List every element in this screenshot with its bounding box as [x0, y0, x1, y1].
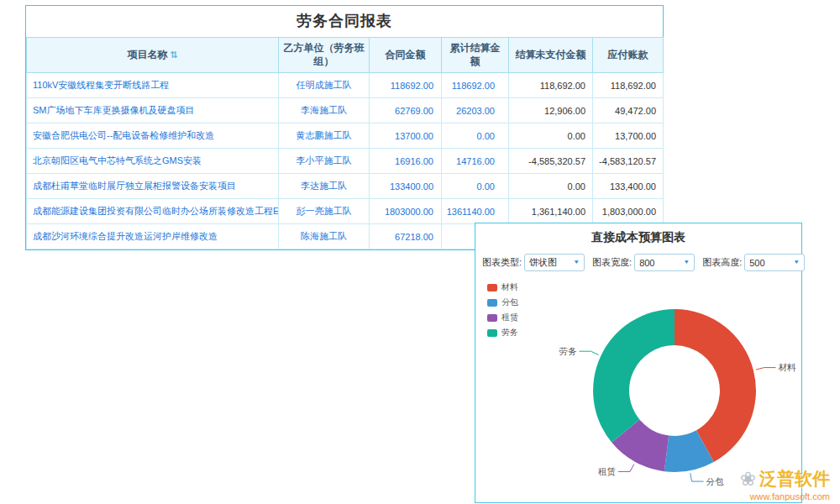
chart-type-value: 饼状图	[529, 256, 557, 269]
cell-name[interactable]: SM广场地下车库更换摄像机及硬盘项目	[27, 98, 279, 123]
table-row[interactable]: 成都能源建设集团投资有限公司临时办公场所装修改造工程EPC彭一亮施工队18030…	[27, 199, 664, 224]
pie-label-line	[690, 473, 704, 481]
legend-label: 材料	[501, 281, 518, 293]
legend-item[interactable]: 劳务	[487, 327, 518, 339]
legend-swatch	[487, 284, 497, 291]
cell-unpaid_amount: -4,585,320.57	[509, 149, 593, 174]
cell-settled_amount: 0.00	[442, 174, 509, 199]
cell-name[interactable]: 安徽合肥供电公司--配电设备检修维护和改造	[27, 123, 279, 149]
cell-contract_amount: 62769.00	[370, 98, 442, 123]
cell-settled_amount: 0.00	[442, 123, 509, 149]
column-label: 项目名称	[127, 49, 167, 60]
pie-label-line	[756, 368, 776, 370]
cell-name[interactable]: 成都沙河环境综合提升改造运河护岸维修改造	[27, 224, 279, 249]
brand-url: www.fanpusoft.com	[740, 491, 830, 501]
cell-unit: 李海施工队	[279, 98, 370, 123]
cell-payable_amount: 1,803,000.00	[593, 199, 664, 224]
table-header-row: 项目名称⇅ 乙方单位（劳务班组） 合同金额 累计结算金额 结算未支付金额 应付账…	[27, 38, 664, 73]
pie-label: 分包	[706, 476, 725, 486]
table-row[interactable]: SM广场地下车库更换摄像机及硬盘项目李海施工队62769.0026203.001…	[27, 98, 664, 123]
legend-swatch	[487, 314, 497, 322]
legend-swatch	[487, 299, 497, 307]
pie-label: 租赁	[598, 466, 617, 476]
chart-height-label: 图表高度:	[702, 256, 742, 269]
cell-settled_amount: 14716.00	[442, 149, 509, 174]
brand-row: ❀ 泛普软件	[740, 467, 830, 491]
cell-unpaid_amount: 1,361,140.00	[509, 199, 593, 224]
chart-legend: 材料分包租赁劳务	[487, 281, 518, 342]
cell-unpaid_amount: 0.00	[509, 174, 593, 199]
column-header-payable[interactable]: 应付账款	[593, 38, 664, 73]
direct-cost-chart-panel: 直接成本预算图表 图表类型: 饼状图 ▼ 图表宽度: 800 ▼ 图表高度: 5…	[475, 223, 802, 503]
chart-height-control: 图表高度: 500 ▼	[702, 254, 805, 271]
chart-height-value: 500	[749, 258, 764, 268]
legend-swatch	[487, 329, 497, 337]
fanpu-flower-icon: ❀	[740, 470, 756, 489]
cell-unit: 黄志鹏施工队	[279, 123, 370, 149]
page-title: 劳务合同报表	[26, 6, 663, 37]
cell-name[interactable]: 成都能源建设集团投资有限公司临时办公场所装修改造工程EPC	[27, 199, 279, 224]
column-header-unit[interactable]: 乙方单位（劳务班组）	[279, 38, 370, 73]
cell-unit: 彭一亮施工队	[279, 199, 370, 224]
pie-label-line	[580, 351, 599, 354]
cell-payable_amount: 118,692.00	[593, 73, 664, 98]
column-header-contract-amount[interactable]: 合同金额	[370, 38, 442, 73]
column-header-unpaid-amount[interactable]: 结算未支付金额	[509, 38, 593, 73]
chart-width-value: 800	[639, 258, 654, 268]
legend-item[interactable]: 材料	[487, 281, 518, 293]
cell-settled_amount: 1361140.00	[442, 199, 509, 224]
chart-controls: 图表类型: 饼状图 ▼ 图表宽度: 800 ▼ 图表高度: 500 ▼	[475, 250, 801, 275]
cell-contract_amount: 133400.00	[370, 174, 442, 199]
cell-name[interactable]: 110kV安徽线程集变开断线路工程	[27, 73, 279, 98]
brand-name: 泛普软件	[759, 467, 830, 491]
cell-payable_amount: 133,400.00	[593, 174, 664, 199]
cell-contract_amount: 118692.00	[370, 73, 442, 98]
cell-unpaid_amount: 118,692.00	[509, 73, 593, 98]
cell-unit: 任明成施工队	[279, 73, 370, 98]
chart-height-select[interactable]: 500 ▼	[744, 254, 805, 271]
pie-label-line	[618, 465, 634, 472]
cell-unpaid_amount: 0.00	[509, 123, 593, 149]
cell-contract_amount: 67218.00	[370, 224, 442, 249]
chart-type-control: 图表类型: 饼状图 ▼	[482, 254, 585, 271]
chart-title: 直接成本预算图表	[475, 223, 801, 250]
table-row[interactable]: 安徽合肥供电公司--配电设备检修维护和改造黄志鹏施工队13700.000.000…	[27, 123, 664, 149]
legend-label: 分包	[501, 297, 518, 308]
pie-slice-劳务[interactable]	[593, 309, 675, 443]
table-row[interactable]: 北京朝阳区电气中芯特气系统之GMS安装李小平施工队16916.0014716.0…	[27, 149, 664, 174]
chevron-down-icon: ▼	[793, 260, 800, 265]
chevron-down-icon: ▼	[573, 260, 580, 265]
table-row[interactable]: 成都杜甫草堂临时展厅独立展柜报警设备安装项目李达施工队133400.000.00…	[27, 174, 664, 199]
cell-unit: 李达施工队	[279, 174, 370, 199]
brand-watermark: ❀ 泛普软件 www.fanpusoft.com	[740, 467, 830, 501]
cell-name[interactable]: 北京朝阳区电气中芯特气系统之GMS安装	[27, 149, 279, 174]
chart-type-label: 图表类型:	[482, 256, 522, 269]
table-row[interactable]: 110kV安徽线程集变开断线路工程任明成施工队118692.00118692.0…	[27, 73, 664, 98]
sort-icon[interactable]: ⇅	[170, 50, 177, 60]
legend-label: 租赁	[501, 312, 518, 323]
cell-contract_amount: 16916.00	[370, 149, 442, 174]
chart-type-select[interactable]: 饼状图 ▼	[524, 254, 585, 271]
pie-label: 劳务	[559, 346, 578, 356]
column-header-settled-amount[interactable]: 累计结算金额	[442, 38, 509, 73]
legend-label: 劳务	[501, 327, 518, 339]
cell-payable_amount: -4,583,120.57	[593, 149, 664, 174]
cell-name[interactable]: 成都杜甫草堂临时展厅独立展柜报警设备安装项目	[27, 174, 279, 199]
chevron-down-icon: ▼	[683, 260, 690, 265]
cell-unpaid_amount: 12,906.00	[509, 98, 593, 123]
cell-unit: 陈海施工队	[279, 224, 370, 249]
cell-contract_amount: 13700.00	[370, 123, 442, 149]
chart-width-control: 图表宽度: 800 ▼	[592, 254, 695, 271]
chart-width-label: 图表宽度:	[592, 256, 632, 269]
cell-unit: 李小平施工队	[279, 149, 370, 174]
cell-payable_amount: 49,472.00	[593, 98, 664, 123]
column-header-project-name[interactable]: 项目名称⇅	[27, 38, 279, 73]
legend-item[interactable]: 租赁	[487, 312, 518, 323]
report-table: 项目名称⇅ 乙方单位（劳务班组） 合同金额 累计结算金额 结算未支付金额 应付账…	[26, 37, 664, 249]
cell-settled_amount: 118692.00	[442, 73, 509, 98]
cell-contract_amount: 1803000.00	[370, 199, 442, 224]
cell-settled_amount: 26203.00	[442, 98, 509, 123]
pie-label: 材料	[779, 362, 797, 372]
legend-item[interactable]: 分包	[487, 297, 518, 308]
chart-width-select[interactable]: 800 ▼	[634, 254, 695, 271]
